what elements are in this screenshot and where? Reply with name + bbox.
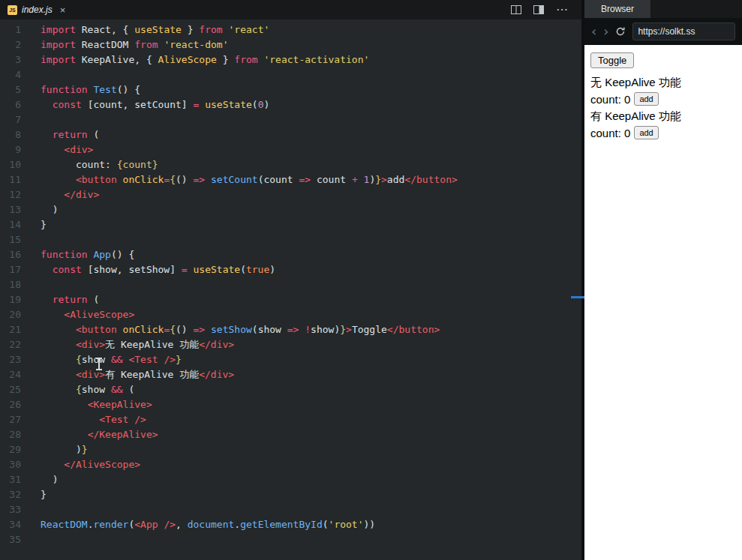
code-line-text: return ( (21, 127, 99, 142)
toggle-button[interactable]: Toggle (590, 52, 634, 68)
code-line: 7 (0, 112, 581, 127)
scroll-indicator (571, 296, 584, 298)
count-label: count: 0 (590, 127, 630, 139)
code-line: 21 <button onClick={() => setShow(show =… (0, 322, 581, 337)
add-button[interactable]: add (634, 126, 658, 139)
code-line: 20 <AliveScope> (0, 307, 581, 322)
code-line: 33 (0, 502, 581, 517)
code-line: 11 <button onClick={() => setCount(count… (0, 172, 581, 187)
line-number: 23 (0, 352, 21, 367)
preview-layout-icon[interactable] (533, 5, 544, 14)
line-number: 22 (0, 337, 21, 352)
code-line: 35 (0, 532, 581, 547)
editor-view-actions: ⋯ (511, 5, 581, 14)
line-number: 26 (0, 397, 21, 412)
code-line: 1import React, { useState } from 'react' (0, 22, 581, 37)
code-line: 32} (0, 487, 581, 502)
browser-tab-label: Browser (601, 4, 634, 14)
code-line-text: ) (21, 472, 58, 487)
code-line-text (21, 67, 41, 82)
line-number: 3 (0, 52, 21, 67)
code-line-text: <div> (21, 142, 93, 157)
close-tab-icon[interactable]: × (60, 4, 66, 16)
line-number: 12 (0, 187, 21, 202)
code-line-text: <button onClick={() => setCount(count =>… (21, 172, 458, 187)
more-options-icon[interactable]: ⋯ (556, 6, 568, 13)
code-line-text: <div>有 KeepAlive 功能</div> (21, 367, 234, 382)
code-line: 4 (0, 67, 581, 82)
line-number: 27 (0, 412, 21, 427)
count-row: count: 0add (590, 126, 736, 139)
code-line: 34ReactDOM.render(<App />, document.getE… (0, 517, 581, 532)
code-line-text: import KeepAlive, { AliveScope } from 'r… (21, 52, 369, 67)
code-line: 26 <KeepAlive> (0, 397, 581, 412)
code-line-text: <div>无 KeepAlive 功能</div> (21, 337, 234, 352)
code-line: 3import KeepAlive, { AliveScope } from '… (0, 52, 581, 67)
code-line-text (21, 532, 41, 547)
code-line: 5function Test() { (0, 82, 581, 97)
code-line-text: <button onClick={() => setShow(show => !… (21, 322, 440, 337)
browser-pane: Browser ‹ › Toggle 无 KeepAlive 功能count: … (584, 0, 742, 560)
url-input[interactable] (632, 22, 735, 40)
count-label: count: 0 (590, 93, 630, 106)
add-button[interactable]: add (634, 92, 658, 106)
line-number: 6 (0, 97, 21, 112)
pane-resizer[interactable] (581, 0, 584, 560)
code-line-text: </AliveScope> (21, 457, 140, 472)
forward-icon[interactable]: › (603, 25, 608, 38)
mouse-ibeam-cursor (98, 358, 100, 370)
preview-sections: 无 KeepAlive 功能count: 0add有 KeepAlive 功能c… (590, 76, 736, 139)
line-number: 1 (0, 22, 21, 37)
line-number: 28 (0, 427, 21, 442)
line-number: 34 (0, 517, 21, 532)
line-number: 32 (0, 487, 21, 502)
code-line-text (21, 232, 41, 247)
code-line: 13 ) (0, 202, 581, 217)
code-line: 22 <div>无 KeepAlive 功能</div> (0, 337, 581, 352)
code-line: 18 (0, 277, 581, 292)
line-number: 13 (0, 202, 21, 217)
code-editor[interactable]: 1import React, { useState } from 'react'… (0, 19, 581, 560)
code-line-text: const [count, setCount] = useState(0) (21, 97, 269, 112)
line-number: 31 (0, 472, 21, 487)
code-line-text: </div> (21, 187, 99, 202)
code-line-text: </KeepAlive> (21, 427, 158, 442)
javascript-file-icon: JS (8, 5, 17, 15)
code-line: 31 ) (0, 472, 581, 487)
refresh-icon[interactable] (615, 26, 626, 37)
code-line-text: } (21, 217, 47, 232)
line-number: 18 (0, 277, 21, 292)
back-icon[interactable]: ‹ (591, 25, 596, 38)
tab-indexjs[interactable]: JS index.js × (0, 0, 73, 19)
code-line-text: count: {count} (21, 157, 158, 172)
line-number: 35 (0, 532, 21, 547)
editor-tabbar: JS index.js × ⋯ (0, 0, 581, 19)
line-number: 16 (0, 247, 21, 262)
line-number: 20 (0, 307, 21, 322)
code-line: 19 return ( (0, 292, 581, 307)
line-number: 9 (0, 142, 21, 157)
tab-browser[interactable]: Browser (584, 0, 650, 18)
line-number: 21 (0, 322, 21, 337)
code-line: 6 const [count, setCount] = useState(0) (0, 97, 581, 112)
line-number: 14 (0, 217, 21, 232)
code-lines: 1import React, { useState } from 'react'… (0, 22, 581, 547)
line-number: 8 (0, 127, 21, 142)
code-line: 9 <div> (0, 142, 581, 157)
browser-viewport: Toggle 无 KeepAlive 功能count: 0add有 KeepAl… (584, 45, 742, 560)
code-line: 28 </KeepAlive> (0, 427, 581, 442)
line-number: 30 (0, 457, 21, 472)
line-number: 2 (0, 37, 21, 52)
count-row: count: 0add (590, 92, 736, 106)
editor-pane: JS index.js × ⋯ 1import React, { useStat… (0, 0, 581, 560)
browser-header: Browser (584, 0, 742, 18)
line-number: 15 (0, 232, 21, 247)
browser-navbar: ‹ › (584, 18, 742, 45)
code-line: 27 <Test /> (0, 412, 581, 427)
code-line-text: function App() { (21, 247, 134, 262)
code-line-text (21, 112, 41, 127)
app-root: JS index.js × ⋯ 1import React, { useStat… (0, 0, 742, 560)
code-line: 24 <div>有 KeepAlive 功能</div> (0, 367, 581, 382)
split-view-icon[interactable] (511, 5, 521, 14)
code-line-text: {show && ( (21, 382, 134, 397)
